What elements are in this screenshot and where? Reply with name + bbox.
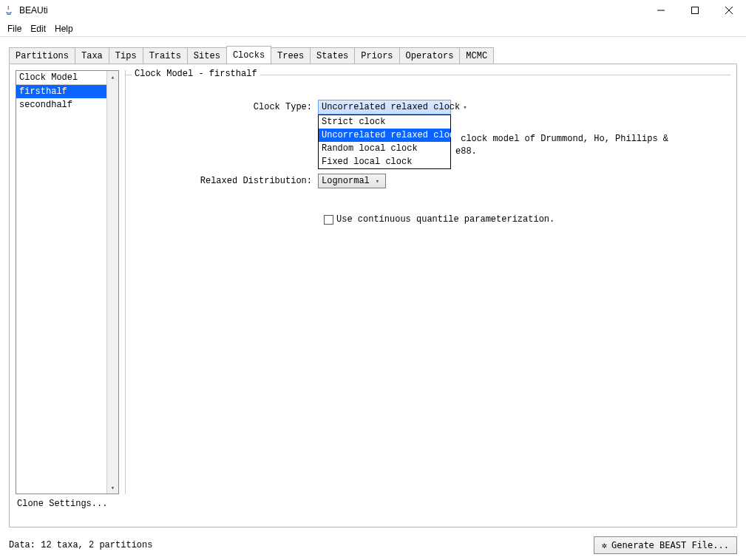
clock-type-option-strict[interactable]: Strict clock <box>319 115 450 129</box>
tab-strip: Partitions Taxa Tips Traits Sites Clocks… <box>9 46 737 64</box>
row-relaxed-distribution: Relaxed Distribution: Lognormal ▾ <box>133 174 723 188</box>
titlebar: BEAUti <box>0 0 746 21</box>
clock-type-option-random-local[interactable]: Random local clock <box>319 142 450 155</box>
generate-beast-file-button[interactable]: ✲ Generate BEAST File... <box>594 536 737 554</box>
close-button[interactable] <box>712 0 746 21</box>
statusbar: Data: 12 taxa, 2 partitions ✲ Generate B… <box>9 536 737 554</box>
content-area: Partitions Taxa Tips Traits Sites Clocks… <box>0 37 746 560</box>
label-continuous-quantile: Use continuous quantile parameterization… <box>336 214 555 225</box>
dropdown-relaxed-distribution[interactable]: Lognormal ▾ <box>318 174 386 188</box>
clock-model-item-firsthalf[interactable]: firsthalf <box>16 85 106 98</box>
clock-model-list-inner: Clock Model firsthalf secondhalf <box>16 71 106 494</box>
tab-tips[interactable]: Tips <box>109 47 143 64</box>
dropdown-clock-type-value: Uncorrelated relaxed clock <box>322 102 460 112</box>
row-continuous-quantile: Use continuous quantile parameterization… <box>324 214 555 225</box>
dropdown-clock-type[interactable]: Uncorrelated relaxed clock ▾ Strict cloc… <box>318 100 451 115</box>
tab-sites[interactable]: Sites <box>187 47 227 64</box>
status-text: Data: 12 taxa, 2 partitions <box>9 540 152 550</box>
dropdown-relaxed-distribution-value: Lognormal <box>322 176 370 186</box>
clock-model-form-column: Clock Model - firsthalf Clock Type: Unco… <box>125 70 730 521</box>
clock-model-scrollbar[interactable]: ▴ ▾ <box>106 71 118 494</box>
clock-model-column: Clock Model firsthalf secondhalf ▴ ▾ Clo… <box>16 70 119 521</box>
label-clock-type: Clock Type: <box>133 102 318 112</box>
scroll-down-icon[interactable]: ▾ <box>107 482 118 494</box>
tab-taxa[interactable]: Taxa <box>75 47 109 64</box>
chevron-down-icon: ▾ <box>373 177 382 185</box>
label-relaxed-distribution: Relaxed Distribution: <box>133 176 318 186</box>
clock-model-header: Clock Model <box>16 71 106 85</box>
window-title: BEAUti <box>19 5 48 16</box>
generate-button-label: Generate BEAST File... <box>611 540 729 550</box>
tab-operators[interactable]: Operators <box>399 47 461 64</box>
row-clock-type: Clock Type: Uncorrelated relaxed clock ▾… <box>133 100 723 115</box>
clock-model-fieldset: Clock Model - firsthalf Clock Type: Unco… <box>125 70 730 494</box>
clock-model-item-secondhalf[interactable]: secondhalf <box>16 98 106 112</box>
minimize-button[interactable] <box>644 0 678 21</box>
tab-clocks[interactable]: Clocks <box>226 46 271 64</box>
clone-settings-link[interactable]: Clone Settings... <box>16 494 119 511</box>
scroll-up-icon[interactable]: ▴ <box>107 71 118 83</box>
tab-panel-clocks: Clock Model firsthalf secondhalf ▴ ▾ Clo… <box>9 64 737 527</box>
menu-help[interactable]: Help <box>50 22 78 35</box>
clock-type-description: clock model of Drummond, Ho, Phillips & … <box>455 133 668 158</box>
window-controls <box>644 0 746 21</box>
clock-type-option-fixed-local[interactable]: Fixed local clock <box>319 155 450 168</box>
checkbox-continuous-quantile[interactable] <box>324 215 333 225</box>
tab-mcmc[interactable]: MCMC <box>459 47 494 64</box>
tab-partitions[interactable]: Partitions <box>9 47 75 64</box>
maximize-button[interactable] <box>678 0 712 21</box>
menu-file[interactable]: File <box>3 22 26 35</box>
svg-rect-1 <box>692 7 699 14</box>
clock-model-listbox: Clock Model firsthalf secondhalf ▴ ▾ <box>16 70 119 494</box>
dropdown-clock-type-list: Strict clock Uncorrelated relaxed clock … <box>318 115 451 169</box>
gear-icon: ✲ <box>602 540 607 550</box>
clock-type-option-uncorrelated-relaxed[interactable]: Uncorrelated relaxed clock <box>319 129 450 142</box>
chevron-down-icon: ▾ <box>463 103 467 112</box>
tab-traits[interactable]: Traits <box>143 47 188 64</box>
tab-trees[interactable]: Trees <box>271 47 311 64</box>
scroll-track[interactable] <box>107 83 118 482</box>
java-icon <box>3 4 15 16</box>
tab-priors[interactable]: Priors <box>354 47 399 64</box>
menubar: File Edit Help <box>0 21 746 37</box>
form-area: Clock Type: Uncorrelated relaxed clock ▾… <box>126 70 730 196</box>
menu-edit[interactable]: Edit <box>26 22 50 35</box>
tab-states[interactable]: States <box>310 47 355 64</box>
